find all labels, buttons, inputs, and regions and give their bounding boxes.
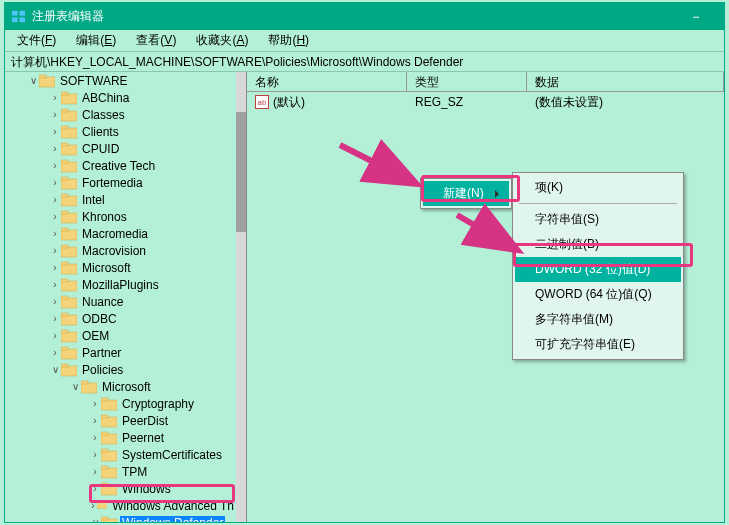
scrollbar-thumb[interactable] <box>236 112 246 232</box>
tree-scrollbar[interactable] <box>236 72 246 522</box>
svg-rect-33 <box>61 313 68 316</box>
menu-h[interactable]: 帮助(H) <box>260 30 317 51</box>
twisty-icon[interactable]: › <box>49 211 61 222</box>
tree-node-label: Policies <box>80 363 125 377</box>
tree-node[interactable]: ›Macromedia <box>5 225 236 242</box>
twisty-icon[interactable]: › <box>49 262 61 273</box>
tree-node[interactable]: ›SystemCertificates <box>5 446 236 463</box>
tree-node[interactable]: ›OEM <box>5 327 236 344</box>
menu-f[interactable]: 文件(F) <box>9 30 64 51</box>
svg-rect-14 <box>61 162 77 172</box>
tree-node[interactable]: ›Windows Advanced Th <box>5 497 236 514</box>
ctx-sub-item[interactable]: 可扩充字符串值(E) <box>515 332 681 357</box>
tree-node-label: Windows <box>120 482 173 496</box>
col-header-data[interactable]: 数据 <box>527 72 724 91</box>
twisty-icon[interactable]: › <box>49 245 61 256</box>
tree-node-label: TPM <box>120 465 149 479</box>
tree-node[interactable]: ∨SOFTWARE <box>5 72 236 89</box>
svg-rect-35 <box>61 330 68 333</box>
titlebar[interactable]: 注册表编辑器 − <box>5 3 724 30</box>
ctx-sub-item[interactable]: 项(K) <box>515 175 681 200</box>
svg-rect-47 <box>101 432 108 435</box>
tree-node[interactable]: ›Khronos <box>5 208 236 225</box>
tree-node[interactable]: ›Clients <box>5 123 236 140</box>
ctx-sub-item[interactable]: 字符串值(S) <box>515 207 681 232</box>
tree-node[interactable]: ›ODBC <box>5 310 236 327</box>
svg-rect-29 <box>61 279 68 282</box>
tree-node[interactable]: ›Peernet <box>5 429 236 446</box>
tree-node[interactable]: ›Microsoft <box>5 259 236 276</box>
svg-rect-28 <box>61 281 77 291</box>
tree-node[interactable]: ∨Microsoft <box>5 378 236 395</box>
svg-rect-48 <box>101 451 117 461</box>
tree-node[interactable]: ∨Policies <box>5 361 236 378</box>
tree-node[interactable]: ›TPM <box>5 463 236 480</box>
twisty-icon[interactable]: › <box>89 483 101 494</box>
twisty-icon[interactable]: › <box>89 415 101 426</box>
svg-rect-4 <box>39 77 55 87</box>
tree-node-label: Intel <box>80 193 107 207</box>
ctx-sub-item[interactable]: QWORD (64 位)值(Q) <box>515 282 681 307</box>
menu-a[interactable]: 收藏夹(A) <box>188 30 256 51</box>
tree-node-label: Peernet <box>120 431 166 445</box>
svg-rect-15 <box>61 160 68 163</box>
twisty-icon[interactable]: › <box>49 194 61 205</box>
tree-node[interactable]: ›Partner <box>5 344 236 361</box>
tree-node[interactable]: ›Windows <box>5 480 236 497</box>
twisty-icon[interactable]: › <box>89 466 101 477</box>
tree-node[interactable]: ›Macrovision <box>5 242 236 259</box>
list-row[interactable]: ab (默认) REG_SZ (数值未设置) <box>247 92 724 112</box>
col-header-name[interactable]: 名称 <box>247 72 407 91</box>
twisty-icon[interactable]: ∨ <box>27 75 39 86</box>
tree-node[interactable]: ›Classes <box>5 106 236 123</box>
col-header-type[interactable]: 类型 <box>407 72 527 91</box>
svg-rect-22 <box>61 230 77 240</box>
twisty-icon[interactable]: › <box>49 143 61 154</box>
twisty-icon[interactable]: › <box>49 92 61 103</box>
svg-rect-20 <box>61 213 77 223</box>
ctx-sub-item[interactable]: DWORD (32 位)值(D) <box>515 257 681 282</box>
svg-rect-53 <box>101 483 108 486</box>
twisty-icon[interactable]: › <box>49 177 61 188</box>
twisty-icon[interactable]: › <box>49 126 61 137</box>
ctx-sub-item[interactable]: 多字符串值(M) <box>515 307 681 332</box>
tree-node[interactable]: ›PeerDist <box>5 412 236 429</box>
twisty-icon[interactable]: › <box>49 313 61 324</box>
ctx-new[interactable]: 新建(N) <box>423 181 509 206</box>
twisty-icon[interactable]: ∨ <box>69 381 81 392</box>
menu-e[interactable]: 编辑(E) <box>68 30 124 51</box>
twisty-icon[interactable]: › <box>49 347 61 358</box>
tree-node[interactable]: ›Fortemedia <box>5 174 236 191</box>
twisty-icon[interactable]: › <box>49 330 61 341</box>
tree-node[interactable]: ›ABChina <box>5 89 236 106</box>
twisty-icon[interactable]: › <box>89 500 97 511</box>
tree-node[interactable]: ›Intel <box>5 191 236 208</box>
address-bar[interactable]: 计算机\HKEY_LOCAL_MACHINE\SOFTWARE\Policies… <box>5 52 724 72</box>
minimize-button[interactable]: − <box>674 3 718 30</box>
twisty-icon[interactable]: ∨ <box>89 517 101 522</box>
tree-node[interactable]: ∨Windows Defender <box>5 514 236 522</box>
tree-node[interactable]: ›Cryptography <box>5 395 236 412</box>
svg-rect-31 <box>61 296 68 299</box>
tree-node-label: ODBC <box>80 312 119 326</box>
svg-rect-19 <box>61 194 68 197</box>
twisty-icon[interactable]: › <box>49 160 61 171</box>
ctx-sub-item[interactable]: 二进制值(B) <box>515 232 681 257</box>
twisty-icon[interactable]: › <box>89 449 101 460</box>
svg-rect-16 <box>61 179 77 189</box>
menu-v[interactable]: 查看(V) <box>128 30 184 51</box>
tree-node[interactable]: ›Creative Tech <box>5 157 236 174</box>
twisty-icon[interactable]: › <box>49 296 61 307</box>
svg-rect-10 <box>61 128 77 138</box>
svg-rect-54 <box>97 502 107 508</box>
tree-node[interactable]: ›CPUID <box>5 140 236 157</box>
svg-rect-36 <box>61 349 77 359</box>
twisty-icon[interactable]: › <box>49 109 61 120</box>
twisty-icon[interactable]: › <box>49 228 61 239</box>
twisty-icon[interactable]: › <box>49 279 61 290</box>
tree-node[interactable]: ›Nuance <box>5 293 236 310</box>
twisty-icon[interactable]: ∨ <box>49 364 61 375</box>
tree-node[interactable]: ›MozillaPlugins <box>5 276 236 293</box>
twisty-icon[interactable]: › <box>89 398 101 409</box>
twisty-icon[interactable]: › <box>89 432 101 443</box>
